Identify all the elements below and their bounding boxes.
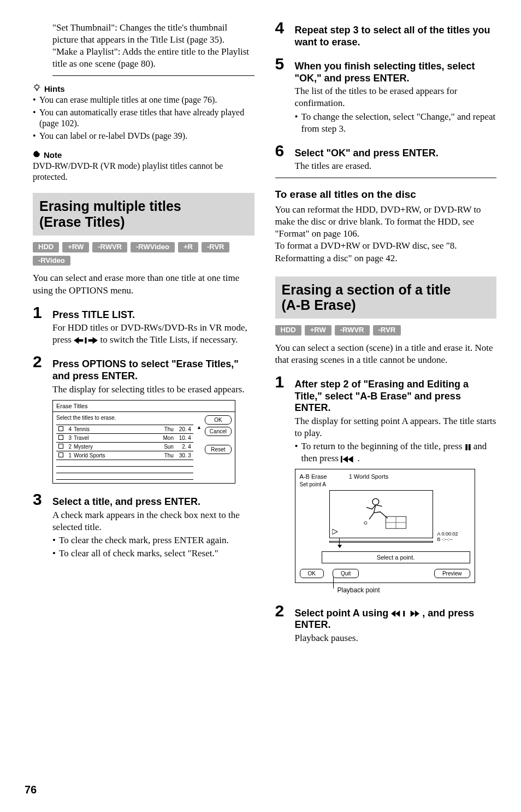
step-2: 2 Press OPTIONS to select "Erase Titles,… (33, 354, 254, 382)
hint-item: You can automatically erase titles that … (33, 107, 254, 130)
intro-para-1: "Set Thumbnail": Changes the title's thu… (52, 22, 254, 46)
quit-button: Quit (333, 569, 359, 578)
step-3-heading: Select a title, and press ENTER. (52, 496, 200, 508)
erase-titles-screenshot: Erase Titles Select the titles to erase.… (52, 400, 235, 484)
badge-plus-rw: +RW (305, 325, 331, 336)
step-6: 6 Select "OK" and press ENTER. (275, 143, 497, 160)
table-row (56, 466, 193, 473)
progress-bar (329, 539, 433, 545)
hints-label: Hints (44, 84, 65, 95)
badge-r-video: -RVideo (33, 256, 70, 266)
svg-marker-13 (332, 529, 338, 534)
table-row: 1World SportsThu30. 3 (56, 451, 193, 460)
svg-rect-7 (341, 456, 342, 462)
svg-marker-8 (343, 456, 348, 462)
erase-all-body2: To format a DVD+RW or DVD-RW disc, see "… (275, 240, 497, 264)
section1-intro: You can select and erase more than one t… (33, 272, 254, 296)
divider (275, 178, 497, 178)
svg-marker-17 (411, 610, 415, 617)
playback-point-callout: Playback point (295, 586, 497, 595)
section-ab-erase: Erasing a section of a title (A-B Erase) (275, 276, 497, 319)
erase-all-heading: To erase all titles on the disc (275, 188, 497, 202)
badge-rw-vr: -RWVR (335, 325, 370, 336)
reset-button: Reset (205, 445, 232, 454)
divider (52, 75, 254, 76)
section-title-line1: Erasing multiple titles (39, 198, 181, 214)
svg-point-12 (364, 521, 366, 524)
list-item: To change the selection, select "Change,… (295, 111, 497, 135)
svg-rect-5 (465, 444, 467, 450)
page-number: 76 (25, 782, 37, 797)
step-6-heading: Select "OK" and press ENTER. (295, 148, 439, 160)
left-right-arrow-icon (74, 334, 100, 345)
sports-figure-icon (351, 493, 411, 535)
step-5-text: The list of the titles to be erased appe… (295, 85, 497, 109)
step-1-body: For HDD titles or DVD-RWs/DVD-Rs in VR m… (52, 322, 254, 346)
step-5-bullets: To change the selection, select "Change,… (295, 111, 497, 135)
svg-rect-6 (469, 444, 471, 450)
hint-item: You can erase multiple titles at one tim… (33, 95, 254, 106)
erase-all-body1: You can reformat the HDD, DVD+RW, or DVD… (275, 204, 497, 240)
shot2-title-left: A-B Erase (300, 473, 327, 480)
step-1: 1 Press TITLE LIST. (33, 304, 254, 321)
section-title-line2: (Erase Titles) (39, 214, 125, 230)
rewind-forward-icon (391, 608, 422, 619)
table-row (56, 460, 193, 466)
select-point-label: Select a point. (322, 551, 470, 563)
preview-button: Preview (434, 569, 470, 578)
badge-r-vr: -RVR (202, 242, 230, 252)
badge-plus-r: +R (178, 242, 198, 252)
step-3-bullets: To clear the check mark, press ENTER aga… (52, 534, 254, 560)
hints-header: Hints (33, 84, 254, 95)
shot2-title-right: 1 World Sports (349, 473, 389, 487)
badge-hdd: HDD (33, 242, 59, 252)
ab-step-1-text: The display for setting point A appears.… (295, 415, 497, 439)
ab-step-1-bullets: To return to the beginning of the title,… (295, 440, 497, 464)
step-number: 1 (275, 374, 289, 390)
step-number: 3 (33, 491, 47, 508)
step-2-text: The display for selecting titles to be e… (52, 384, 254, 396)
note-icon (33, 150, 40, 161)
skip-back-icon (341, 453, 357, 463)
pause-icon (465, 441, 473, 451)
note-label: Note (44, 150, 62, 161)
step-4: 4 Repeat step 3 to select all of the tit… (275, 20, 497, 48)
svg-marker-4 (88, 337, 98, 344)
intro-block: "Set Thumbnail": Changes the title's thu… (33, 22, 254, 70)
ab-step-2-heading: Select point A using , and press ENTER. (295, 608, 497, 631)
step-2-body: The display for selecting titles to be e… (52, 384, 254, 396)
shot2-title-left2: Set point A (300, 481, 327, 488)
step-3-text: A check mark appears in the check box ne… (52, 509, 254, 533)
ab-step-2-body: Playback pauses. (295, 632, 497, 644)
svg-marker-18 (415, 610, 419, 617)
step-number: 2 (275, 603, 289, 619)
svg-rect-3 (85, 338, 87, 344)
table-row: 4TennisThu20. 4 (56, 425, 193, 433)
step-1-heading: Press TITLE LIST. (52, 309, 135, 321)
ab-step-1-body: The display for setting point A appears.… (295, 415, 497, 464)
play-icon (332, 529, 338, 536)
section-erase-multiple: Erasing multiple titles (Erase Titles) (33, 193, 254, 236)
badge-hdd: HDD (275, 325, 301, 336)
step-3: 3 Select a title, and press ENTER. (33, 491, 254, 508)
disc-badges: HDD +RW -RWVR -RWVideo +R -RVR -RVideo (33, 242, 254, 266)
badge-rw-vr: -RWVR (92, 242, 127, 252)
svg-marker-9 (348, 456, 353, 462)
disc-badges: HDD +RW -RWVR -RVR (275, 325, 497, 336)
step-number: 2 (33, 354, 47, 370)
checkbox-icon (58, 444, 63, 449)
step-4-heading: Repeat step 3 to select all of the title… (295, 25, 497, 48)
step-1-text-b: to switch the Title Lists, if necessary. (100, 334, 238, 345)
checkbox-icon (58, 435, 63, 440)
ab-step-2-text: Playback pauses. (295, 632, 497, 644)
ab-step-1-heading: After step 2 of "Erasing and Editing a T… (295, 379, 497, 414)
note-header: Note (33, 150, 254, 161)
section-title-line2: (A-B Erase) (282, 297, 356, 313)
svg-marker-14 (391, 610, 395, 617)
svg-rect-16 (403, 611, 405, 616)
step-5-body: The list of the titles to be erased appe… (295, 85, 497, 134)
step-5: 5 When you finish selecting titles, sele… (275, 56, 497, 84)
table-row (56, 473, 193, 479)
step-6-body: The titles are erased. (295, 160, 497, 172)
list-item: To clear the check mark, press ENTER aga… (52, 534, 254, 546)
